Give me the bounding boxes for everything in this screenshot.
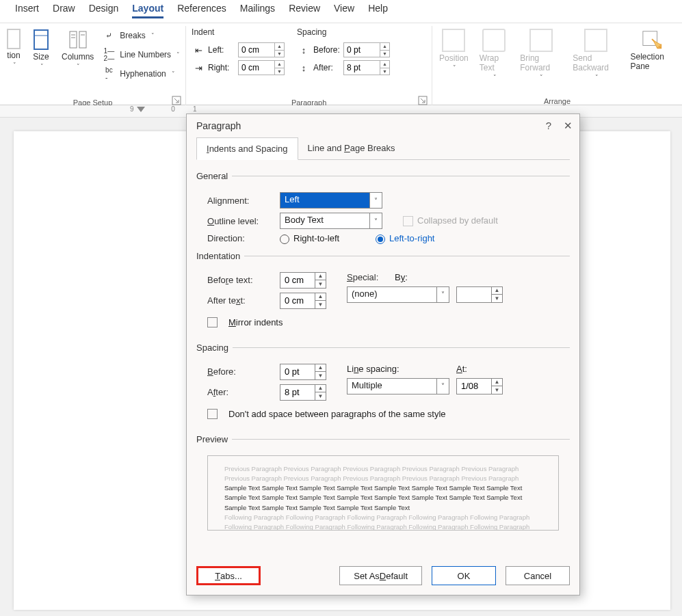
- size-label: Size: [33, 52, 49, 62]
- tab-layout[interactable]: Layout: [132, 3, 163, 18]
- close-button[interactable]: ✕: [564, 120, 573, 132]
- ribbon-tab-strip: Insert Draw Design Layout References Mai…: [0, 0, 682, 23]
- tab-indents-spacing[interactable]: IIndents and Spacingndents and Spacing: [196, 137, 298, 160]
- spacing-title: Spacing: [297, 27, 390, 37]
- tab-insert[interactable]: Insert: [15, 3, 39, 18]
- size-button[interactable]: Size˅: [29, 27, 53, 71]
- indent-left-input[interactable]: ▲▼: [238, 42, 285, 57]
- group-paragraph: Indent ⇤Left:▲▼ ⇥Right:▲▼ Spacing ↕Befor…: [186, 26, 432, 107]
- tab-review[interactable]: Review: [289, 3, 320, 18]
- tabs-button[interactable]: Tabs...Tabs...: [196, 566, 261, 585]
- dialog-tabs: IIndents and Spacingndents and Spacing L…: [196, 137, 570, 160]
- direction-label: Direction:: [207, 233, 273, 243]
- mirror-label: Mirror indents: [228, 317, 283, 327]
- tab-design[interactable]: Design: [89, 3, 119, 18]
- spacing-before-icon: ↕: [297, 43, 311, 57]
- mirror-checkbox[interactable]: [207, 317, 218, 327]
- wrap-text-button[interactable]: Wrap Text˅: [478, 27, 510, 82]
- paragraph-launcher[interactable]: [418, 96, 428, 105]
- hyphenation-icon: bc-: [102, 67, 116, 81]
- indent-right-label: Right:: [208, 63, 235, 72]
- rtl-radio[interactable]: Right-to-left: [280, 233, 369, 244]
- group-arrange: Position˅ Wrap Text˅ Bring Forward˅ Send…: [432, 26, 682, 107]
- group-arrange-label: Arrange: [438, 96, 677, 105]
- preview-box: Previous Paragraph Previous Paragraph Pr…: [207, 455, 559, 531]
- at-input[interactable]: ▲▼: [456, 378, 503, 394]
- group-page-setup: tion˅ Size˅ Columns˅ ⤶Breaks˅ 1—2—Line N…: [0, 26, 186, 107]
- spacing-before-label: Before:: [313, 45, 341, 55]
- selection-pane-label: Selection Pane: [631, 52, 675, 71]
- preview-legend: Preview: [196, 434, 232, 444]
- line-spacing-combo[interactable]: Multiple˅: [347, 378, 449, 394]
- send-backward-label: Send Backward: [573, 53, 619, 72]
- no-space-checkbox[interactable]: [207, 409, 218, 419]
- spacing-before-row: ↕Before:▲▼: [297, 42, 390, 57]
- bring-forward-button[interactable]: Bring Forward˅: [519, 27, 563, 82]
- tab-draw[interactable]: Draw: [53, 3, 75, 18]
- cancel-button[interactable]: Cancel: [506, 566, 570, 585]
- dialog-titlebar: Paragraph ? ✕: [187, 114, 579, 137]
- spacing-before-input2[interactable]: ▲▼: [280, 364, 326, 380]
- after-text-input[interactable]: ▲▼: [280, 293, 326, 309]
- at-label: At:: [456, 364, 467, 374]
- by-input[interactable]: ▲▼: [456, 286, 503, 303]
- preview-prev-text: Previous Paragraph Previous Paragraph Pr…: [224, 464, 542, 484]
- selection-pane-button[interactable]: Selection Pane: [629, 27, 677, 72]
- position-button[interactable]: Position˅: [438, 27, 470, 72]
- spacing-after-row: ↕After:▲▼: [297, 60, 390, 75]
- orientation-button[interactable]: tion˅: [5, 27, 22, 70]
- svg-rect-2: [70, 31, 77, 48]
- no-space-label: Don't add space between paragraphs of th…: [228, 409, 446, 419]
- alignment-label: Alignment:: [207, 196, 273, 206]
- spacing-group: Spacing Before:▲▼ After:▲▼ Line spacing:…: [196, 343, 570, 423]
- set-default-button[interactable]: Set As DefaultSet As Default: [339, 566, 422, 585]
- before-text-label: Before text:: [207, 275, 273, 285]
- by-label: By:: [395, 272, 463, 282]
- svg-rect-3: [79, 31, 86, 48]
- dialog-footer: Tabs...Tabs... Set As DefaultSet As Defa…: [187, 557, 579, 595]
- svg-rect-0: [34, 30, 48, 49]
- send-backward-button[interactable]: Send Backward˅: [571, 27, 620, 82]
- before-label: Before:: [207, 366, 273, 377]
- special-label: Special:: [347, 272, 388, 282]
- general-legend: General: [196, 171, 232, 181]
- indent-right-row: ⇥Right:▲▼: [192, 60, 285, 75]
- tab-view[interactable]: View: [334, 3, 354, 18]
- paragraph-dialog: Paragraph ? ✕ IIndents and Spacingndents…: [186, 113, 580, 595]
- position-label: Position: [439, 53, 469, 63]
- tab-line-page-breaks[interactable]: Line and Page BreaksLine and Page Breaks: [298, 137, 405, 159]
- indentation-group: Indentation Before text:▲▼ After text:▲▼…: [196, 251, 570, 332]
- spacing-after-input[interactable]: ▲▼: [343, 60, 390, 75]
- indent-left-icon: ⇤: [192, 43, 205, 57]
- spacing-before-input[interactable]: ▲▼: [343, 42, 390, 57]
- preview-sample-text: Sample Text Sample Text Sample Text Samp…: [224, 483, 542, 513]
- columns-button[interactable]: Columns˅: [60, 27, 95, 71]
- indent-left-label: Left:: [208, 45, 235, 55]
- breaks-button[interactable]: ⤶Breaks˅: [102, 27, 180, 44]
- spacing-legend: Spacing: [196, 343, 233, 353]
- ok-button[interactable]: OK: [432, 566, 496, 585]
- alignment-combo[interactable]: Left˅: [280, 192, 382, 209]
- tab-references[interactable]: References: [177, 3, 226, 18]
- hyphenation-button[interactable]: bc-Hyphenation˅: [102, 66, 180, 82]
- special-combo[interactable]: (none)˅: [347, 286, 449, 303]
- spacing-after-icon: ↕: [297, 61, 311, 75]
- orientation-label: tion: [7, 51, 20, 60]
- page-setup-launcher[interactable]: [172, 96, 181, 105]
- collapsed-label: Collapsed by default: [417, 215, 498, 226]
- indent-right-input[interactable]: ▲▼: [238, 60, 285, 75]
- indent-title: Indent: [192, 27, 285, 37]
- outline-combo[interactable]: Body Text˅: [280, 213, 382, 229]
- help-button[interactable]: ?: [546, 120, 551, 132]
- ltr-radio[interactable]: Left-to-right: [376, 233, 434, 244]
- line-numbers-button[interactable]: 1—2—Line Numbers˅: [102, 46, 180, 63]
- spacing-after-input2[interactable]: ▲▼: [280, 384, 326, 401]
- indentation-legend: Indentation: [196, 251, 244, 261]
- before-text-input[interactable]: ▲▼: [280, 272, 326, 289]
- columns-label: Columns: [62, 52, 94, 62]
- tab-help[interactable]: Help: [368, 3, 388, 18]
- tab-mailings[interactable]: Mailings: [240, 3, 275, 18]
- spacing-after-label: After:: [313, 63, 341, 72]
- wrap-text-label: Wrap Text: [480, 53, 509, 72]
- general-group: General Alignment: Left˅ Outline level: …: [196, 171, 570, 248]
